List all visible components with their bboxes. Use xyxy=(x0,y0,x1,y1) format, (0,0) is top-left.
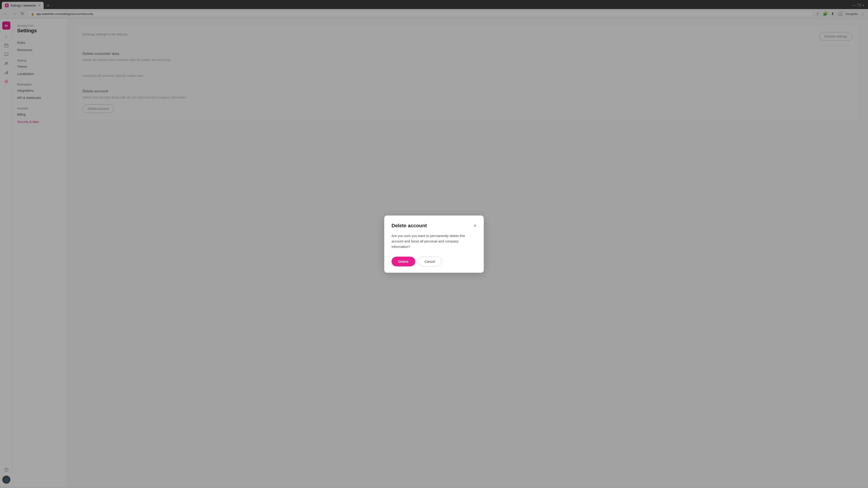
modal-overlay[interactable]: Delete account × Are you sure you want t… xyxy=(0,0,868,486)
modal-title: Delete account xyxy=(392,223,427,229)
modal-footer: Delete Cancel xyxy=(392,257,476,266)
modal-header: Delete account × xyxy=(392,223,476,229)
modal-delete-button[interactable]: Delete xyxy=(392,257,415,266)
modal-cancel-button[interactable]: Cancel xyxy=(418,257,442,266)
delete-account-modal: Delete account × Are you sure you want t… xyxy=(384,216,484,273)
modal-body: Are you sure you want to permanently del… xyxy=(392,233,476,250)
modal-close-button[interactable]: × xyxy=(473,223,476,228)
app-container: M ⌂ 👤 Moodjoy7434 Settings xyxy=(0,19,868,486)
